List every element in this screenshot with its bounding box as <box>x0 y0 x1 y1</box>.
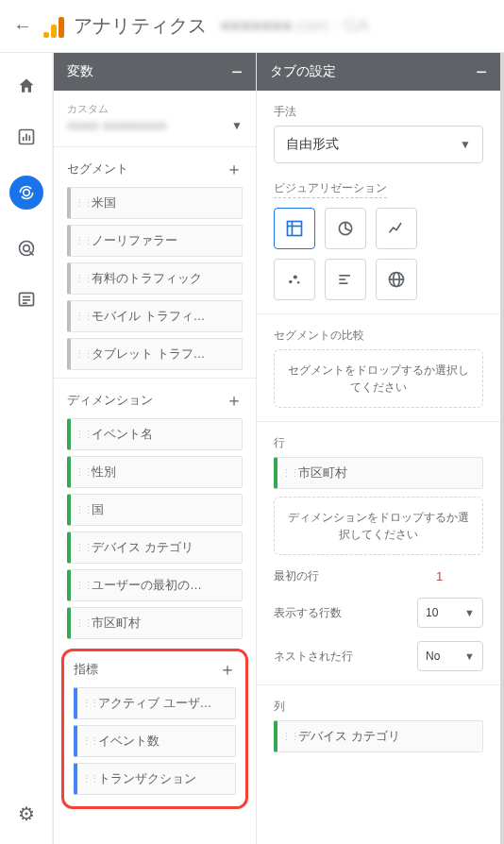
configure-icon[interactable] <box>14 287 39 312</box>
metric-section-label: 指標 <box>74 661 98 678</box>
method-select[interactable]: 自由形式 ▼ <box>274 126 483 163</box>
drag-handle-icon[interactable] <box>75 470 84 475</box>
analytics-logo <box>43 15 64 38</box>
metric-chip[interactable]: イベント数 <box>74 725 236 757</box>
drag-handle-icon[interactable] <box>81 777 91 782</box>
svg-rect-2 <box>25 134 27 142</box>
dimension-chip[interactable]: 性別 <box>67 456 243 488</box>
metric-chip[interactable]: アクティブ ユーザ… <box>74 687 236 719</box>
svg-rect-3 <box>28 135 30 141</box>
home-icon[interactable] <box>14 74 39 98</box>
drag-handle-icon[interactable] <box>75 546 84 550</box>
drag-handle-icon[interactable] <box>75 277 84 281</box>
svg-point-15 <box>289 280 292 283</box>
svg-rect-1 <box>22 137 24 141</box>
method-label: 手法 <box>274 104 483 120</box>
drag-handle-icon[interactable] <box>281 731 291 743</box>
dimension-chip[interactable]: ユーザーの最初の… <box>67 569 243 601</box>
row-dimension-chip[interactable]: 市区町村 <box>274 457 483 489</box>
drag-handle-icon[interactable] <box>281 467 291 480</box>
rows-label: 行 <box>274 435 483 451</box>
segment-section-label: セグメント <box>67 160 128 177</box>
drag-handle-icon[interactable] <box>75 314 84 319</box>
segment-drop-zone[interactable]: セグメントをドロップするか選択してください <box>274 349 483 408</box>
svg-point-17 <box>297 281 300 284</box>
first-row-value[interactable]: 1 <box>436 569 483 583</box>
drag-handle-icon[interactable] <box>75 239 84 244</box>
drag-handle-icon[interactable] <box>75 621 84 626</box>
nav-rail: ⚙ <box>0 53 53 844</box>
drag-handle-icon[interactable] <box>75 352 84 357</box>
app-title: アナリティクス <box>74 13 207 39</box>
drag-handle-icon[interactable] <box>75 201 84 206</box>
drag-handle-icon[interactable] <box>75 583 84 588</box>
segment-chip[interactable]: ノーリファラー <box>67 225 243 257</box>
first-row-label: 最初の行 <box>274 568 319 584</box>
cols-label: 列 <box>274 699 483 715</box>
viz-table-icon[interactable] <box>274 208 315 249</box>
segment-chip[interactable]: モバイル トラフィ… <box>67 300 243 332</box>
dimension-chip[interactable]: 国 <box>67 494 243 526</box>
advertising-icon[interactable] <box>14 236 39 261</box>
custom-label: カスタム <box>67 102 243 116</box>
dimension-chip[interactable]: デバイス カテゴリ <box>67 532 243 564</box>
viz-line-icon[interactable] <box>376 208 417 249</box>
segment-chip[interactable]: 有料のトラフィック <box>67 262 243 295</box>
drag-handle-icon[interactable] <box>81 739 91 744</box>
show-rows-label: 表示する行数 <box>274 605 342 621</box>
dimension-chip[interactable]: 市区町村 <box>67 607 243 639</box>
nested-rows-label: ネストされた行 <box>274 649 353 665</box>
drag-handle-icon[interactable] <box>75 508 84 513</box>
segment-chip[interactable]: タブレット トラフ… <box>67 338 243 370</box>
row-drop-zone[interactable]: ディメンションをドロップするか選択してください <box>274 497 483 555</box>
back-arrow-icon[interactable]: ← <box>13 15 43 37</box>
explore-icon[interactable] <box>9 176 43 210</box>
variables-panel-title: 変数 <box>67 63 93 80</box>
dimension-section-label: ディメンション <box>67 392 153 409</box>
tab-settings-title: タブの設定 <box>270 63 336 80</box>
metric-chip[interactable]: トランザクション <box>74 763 236 795</box>
svg-point-16 <box>294 275 297 279</box>
visualization-label: ビジュアリゼーション <box>274 180 387 198</box>
dimension-chip[interactable]: イベント名 <box>67 418 243 450</box>
drag-handle-icon[interactable] <box>75 432 84 437</box>
nested-rows-select[interactable]: No▼ <box>417 641 483 671</box>
viz-bar-h-icon[interactable] <box>325 259 366 300</box>
segment-chip[interactable]: 米国 <box>67 187 243 219</box>
segment-compare-label: セグメントの比較 <box>274 328 483 344</box>
chevron-down-icon: ▼ <box>231 119 243 132</box>
show-rows-select[interactable]: 10▼ <box>417 598 483 628</box>
metrics-highlight-box: 指標 ＋ アクティブ ユーザ… イベント数 トランザクション <box>61 649 248 809</box>
reports-icon[interactable] <box>14 125 39 149</box>
viz-scatter-icon[interactable] <box>274 259 315 300</box>
tab-settings-panel: タブの設定 − 手法 自由形式 ▼ ビジュアリゼーション <box>256 53 504 844</box>
drag-handle-icon[interactable] <box>81 701 91 706</box>
viz-donut-icon[interactable] <box>325 208 366 249</box>
custom-selector[interactable]: ■■■■ ■■■■■■■■ ▼ <box>67 118 243 139</box>
svg-point-6 <box>23 245 29 252</box>
property-name-blurred: ■■■■■■■.com - GA <box>220 16 368 36</box>
admin-gear-icon[interactable]: ⚙ <box>18 802 35 825</box>
svg-point-4 <box>23 190 29 196</box>
custom-value-blurred: ■■■■ ■■■■■■■■ <box>67 118 166 133</box>
chevron-down-icon: ▼ <box>460 138 471 151</box>
variables-panel: 変数 − カスタム ■■■■ ■■■■■■■■ ▼ セグメント ＋ 米国 ノーリ… <box>53 53 256 844</box>
col-dimension-chip[interactable]: デバイス カテゴリ <box>274 720 483 752</box>
viz-globe-icon[interactable] <box>376 259 417 300</box>
svg-rect-11 <box>288 222 302 236</box>
